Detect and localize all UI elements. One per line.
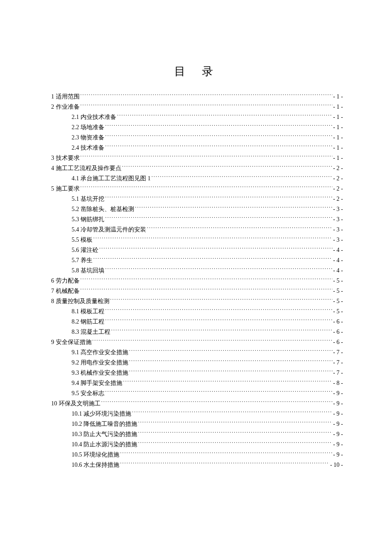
toc-leader-dots	[105, 133, 332, 139]
toc-page-number: - 7 -	[333, 368, 343, 378]
toc-label: 9.4 脚手架安全措施	[72, 378, 122, 388]
toc-number: 10.2	[72, 419, 82, 429]
toc-label: 1 适用范围	[51, 92, 80, 102]
toc-page-number: - 1 -	[333, 122, 343, 133]
toc-text: 模板	[79, 237, 93, 243]
toc-text: 作业准备	[54, 104, 80, 110]
toc-label: 9 安全保证措施	[51, 337, 92, 347]
toc-leader-dots	[138, 430, 332, 436]
toc-text: 质量控制及质量检测	[54, 298, 110, 304]
toc-label: 10.5 环境绿化措施	[72, 450, 119, 460]
toc-entry: 9.5 安全标志- 9 -	[51, 388, 343, 399]
toc-leader-dots	[105, 123, 332, 129]
toc-label: 2.1 内业技术准备	[72, 112, 116, 122]
toc-number: 5.6	[72, 245, 79, 255]
toc-label: 3 技术要求	[51, 153, 80, 163]
toc-label: 10 环保及文明施工	[51, 399, 101, 409]
toc-leader-dots	[129, 358, 332, 364]
toc-page-number: - 9 -	[333, 419, 343, 429]
toc-page-number: - 3 -	[333, 214, 343, 225]
toc-entry: 6 劳力配备- 5 -	[51, 276, 343, 286]
toc-page-number: - 6 -	[333, 337, 343, 347]
toc-text: 环保及文明施工	[57, 400, 101, 407]
toc-text: 高空作业安全措施	[79, 349, 129, 356]
toc-number: 6	[51, 276, 54, 286]
toc-page-number: - 4 -	[333, 245, 343, 255]
toc-page-number: - 9 -	[333, 399, 343, 409]
toc-page-number: - 1 -	[333, 143, 343, 153]
toc-entry: 10.5 环境绿化措施- 9 -	[51, 450, 343, 460]
toc-leader-dots	[129, 369, 332, 375]
toc-page-number: - 9 -	[333, 450, 343, 460]
toc-page-number: - 10 -	[330, 460, 343, 470]
toc-page-number: - 6 -	[333, 317, 343, 327]
toc-page-number: - 1 -	[333, 133, 343, 143]
toc-text: 混凝土工程	[79, 329, 111, 335]
toc-leader-dots	[105, 266, 332, 272]
toc-leader-dots	[101, 399, 332, 405]
toc-text: 防止大气污染的措施	[82, 431, 138, 437]
toc-page-number: - 7 -	[333, 347, 343, 358]
toc-label: 2.3 物资准备	[72, 133, 104, 143]
toc-page-number: - 5 -	[333, 276, 343, 286]
toc-label: 5.7 养生	[72, 255, 92, 266]
toc-entry: 1 适用范围- 1 -	[51, 92, 343, 102]
toc-leader-dots	[152, 174, 332, 180]
toc-number: 5.8	[72, 266, 79, 276]
toc-leader-dots	[129, 348, 332, 354]
toc-leader-dots	[105, 389, 332, 395]
toc-text: 承台施工工艺流程图见图 1	[79, 175, 151, 182]
toc-number: 1	[51, 92, 54, 102]
toc-number: 8.2	[72, 317, 79, 327]
toc-text: 水土保持措施	[82, 462, 120, 468]
toc-entry: 10 环保及文明施工- 9 -	[51, 399, 343, 409]
toc-page-number: - 3 -	[333, 204, 343, 214]
toc-label: 8.3 混凝土工程	[72, 327, 110, 337]
toc-text: 基坑开挖	[79, 196, 105, 202]
toc-entry: 5.5 模板- 3 -	[51, 235, 343, 245]
toc-number: 9	[51, 337, 54, 347]
toc-leader-dots	[105, 144, 332, 150]
toc-text: 技术要求	[54, 155, 80, 161]
toc-label: 10.3 防止大气污染的措施	[72, 429, 137, 439]
toc-label: 8 质量控制及质量检测	[51, 296, 110, 306]
toc-entry: 5.2 凿除桩头、桩基检测- 3 -	[51, 204, 343, 214]
toc-number: 2	[51, 102, 54, 112]
toc-entry: 2.3 物资准备- 1 -	[51, 133, 343, 143]
toc-number: 5.1	[72, 194, 79, 204]
toc-entry: 8.2 钢筋工程- 6 -	[51, 317, 343, 327]
toc-page-number: - 1 -	[333, 112, 343, 122]
toc-entry: 3 技术要求- 1 -	[51, 153, 343, 163]
toc-text: 防止水源污染的措施	[82, 441, 138, 448]
toc-number: 5	[51, 184, 54, 194]
toc-text: 冷却管及测温元件的安装	[79, 226, 147, 233]
toc-label: 10.4 防止水源污染的措施	[72, 439, 137, 450]
toc-label: 9.3 机械作业安全措施	[72, 368, 128, 378]
toc-entry: 9.3 机械作业安全措施- 7 -	[51, 368, 343, 378]
toc-entry: 10.6 水土保持措施- 10 -	[51, 460, 343, 470]
toc-text: 灌注砼	[79, 247, 99, 253]
toc-label: 2.4 技术准备	[72, 143, 104, 153]
toc-number: 5.3	[72, 214, 79, 225]
toc-label: 10.1 减少环境污染措施	[72, 409, 131, 419]
toc-leader-dots	[93, 256, 332, 262]
toc-entry: 4 施工工艺流程及操作要点- 2 -	[51, 163, 343, 173]
toc-label: 2 作业准备	[51, 102, 80, 112]
toc-number: 10.6	[72, 460, 82, 470]
toc-number: 10.1	[72, 409, 82, 419]
toc-text: 钢筋绑扎	[79, 216, 105, 223]
toc-number: 7	[51, 286, 54, 296]
toc-page-number: - 8 -	[333, 378, 343, 388]
toc-entry: 2.4 技术准备- 1 -	[51, 143, 343, 153]
toc-entry: 5.7 养生- 4 -	[51, 255, 343, 266]
toc-number: 9.4	[72, 378, 79, 388]
toc-entry: 5.3 钢筋绑扎- 3 -	[51, 214, 343, 225]
toc-label: 5 施工要求	[51, 184, 80, 194]
toc-number: 5.5	[72, 235, 79, 245]
toc-number: 3	[51, 153, 54, 163]
toc-entry: 2.2 场地准备- 1 -	[51, 122, 343, 133]
toc-label: 5.2 凿除桩头、桩基检测	[72, 204, 134, 214]
toc-entry: 5.8 基坑回填- 4 -	[51, 266, 343, 276]
toc-text: 模板工程	[79, 308, 105, 315]
toc-number: 5.7	[72, 255, 79, 266]
